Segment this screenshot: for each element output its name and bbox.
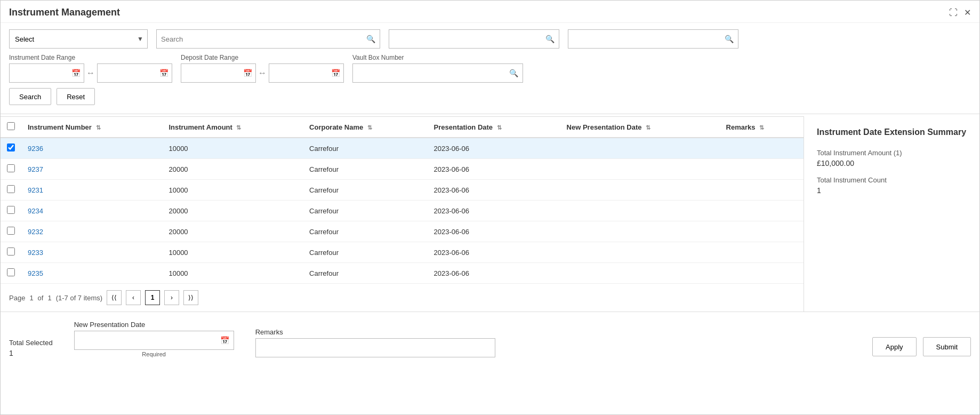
footer-date-input-wrapper: 📅 Required [74,331,234,357]
instrument-date-start-input[interactable] [10,64,68,82]
table-row: 9237 20000 Carrefour 2023-06-06 [1,159,804,180]
instrument-number-link[interactable]: 9231 [28,186,43,194]
row-new-presentation-date [560,180,720,201]
deposit-date-end-input[interactable] [269,64,328,82]
first-page-btn[interactable]: ⟨⟨ [107,290,122,305]
row-checkbox[interactable] [7,227,15,235]
row-instrument-amount: 20000 [162,201,303,221]
instrument-number-link[interactable]: 9237 [28,165,43,173]
new-presentation-date-group: New Presentation Date 📅 Required [74,321,234,357]
search3-input[interactable] [568,30,720,48]
deposit-date-range: 📅 ↔ 📅 [181,63,344,83]
row-instrument-number: 9233 [21,242,162,263]
table-row: 9233 10000 Carrefour 2023-06-06 [1,242,804,263]
calendar-icon-end[interactable]: 📅 [156,69,172,77]
search1-box: 🔍 [156,29,380,49]
search1-input[interactable] [157,30,362,48]
main-content: Instrument Number ⇅ Instrument Amount ⇅ … [1,116,979,312]
row-new-presentation-date [560,201,720,221]
last-page-btn[interactable]: ⟩⟩ [183,290,198,305]
instrument-number-link[interactable]: 9236 [28,145,43,153]
deposit-date-range-label: Deposit Date Range [181,54,344,61]
prev-page-btn[interactable]: ‹ [126,290,141,305]
instrument-date-end: 📅 [97,63,172,83]
col-corporate-name[interactable]: Corporate Name ⇅ [303,117,428,138]
footer-calendar-icon[interactable]: 📅 [216,336,234,345]
row-checkbox-cell [1,201,21,221]
row-remarks [720,138,804,159]
row-remarks [720,201,804,221]
instrument-number-link[interactable]: 9232 [28,228,43,236]
instrument-date-end-input[interactable] [98,64,156,82]
search2-box: 🔍 [389,29,559,49]
select-dropdown[interactable]: Select [9,29,148,49]
col-instrument-amount[interactable]: Instrument Amount ⇅ [162,117,303,138]
filters-section: Select ▼ 🔍 🔍 🔍 [1,23,979,111]
summary-title: Instrument Date Extension Summary [817,127,967,138]
row-new-presentation-date [560,138,720,159]
total-pages: 1 [47,294,51,302]
filter-row-1: Select ▼ 🔍 🔍 🔍 [9,29,971,49]
remarks-input[interactable] [255,338,495,357]
row-checkbox[interactable] [7,164,15,172]
page-title: Instrument Management [9,7,120,18]
footer-date-input[interactable] [75,331,216,349]
reset-button[interactable]: Reset [57,88,95,105]
items-range: (1-7 of 7 items) [56,294,102,302]
search-button[interactable]: Search [9,88,51,105]
col-new-presentation-date[interactable]: New Presentation Date ⇅ [560,117,720,138]
maximize-icon[interactable]: ⛶ [949,8,958,18]
deposit-date-start-input[interactable] [181,64,240,82]
close-icon[interactable]: ✕ [964,7,971,18]
row-checkbox[interactable] [7,143,15,151]
table-section: Instrument Number ⇅ Instrument Amount ⇅ … [1,116,804,312]
select-all-checkbox[interactable] [7,122,15,130]
col-instrument-amount-label: Instrument Amount [168,123,232,131]
current-page-btn[interactable]: 1 [145,290,160,305]
search1-icon-btn[interactable]: 🔍 [362,35,380,43]
deposit-date-range-group: Deposit Date Range 📅 ↔ 📅 [181,54,344,83]
instruments-table: Instrument Number ⇅ Instrument Amount ⇅ … [1,116,804,284]
divider [1,114,979,114]
row-corporate-name: Carrefour [303,180,428,201]
instrument-number-link[interactable]: 9234 [28,207,43,215]
deposit-cal-end-icon[interactable]: 📅 [328,69,343,77]
row-presentation-date: 2023-06-06 [428,263,560,284]
instrument-date-range: 📅 ↔ 📅 [9,63,172,83]
col-remarks-label: Remarks [726,123,756,131]
table-row: 9231 10000 Carrefour 2023-06-06 [1,180,804,201]
instrument-number-link[interactable]: 9235 [28,269,43,277]
submit-button[interactable]: Submit [923,337,971,356]
row-checkbox[interactable] [7,206,15,214]
select-wrapper: Select ▼ [9,29,148,49]
apply-button[interactable]: Apply [872,337,917,356]
col-presentation-date[interactable]: Presentation Date ⇅ [428,117,560,138]
calendar-icon[interactable]: 📅 [68,69,84,77]
col-instrument-number[interactable]: Instrument Number ⇅ [21,117,162,138]
row-checkbox[interactable] [7,248,15,256]
table-row: 9235 10000 Carrefour 2023-06-06 [1,263,804,284]
col-remarks[interactable]: Remarks ⇅ [720,117,804,138]
row-instrument-amount: 20000 [162,159,303,180]
instrument-number-link[interactable]: 9233 [28,249,43,257]
total-selected-label: Total Selected [9,339,53,347]
page-label: Page [9,294,25,302]
instrument-date-start: 📅 [9,63,84,83]
table-row: 9234 20000 Carrefour 2023-06-06 [1,201,804,221]
vault-box-input[interactable] [353,64,505,82]
search2-input[interactable] [389,30,541,48]
footer-actions: Apply Submit [872,337,971,357]
row-corporate-name: Carrefour [303,263,428,284]
date-range-arrow-icon: ↔ [86,68,95,78]
row-checkbox[interactable] [7,268,15,276]
row-instrument-amount: 10000 [162,263,303,284]
row-checkbox[interactable] [7,185,15,193]
search2-group: 🔍 [389,29,559,49]
row-corporate-name: Carrefour [303,242,428,263]
next-page-btn[interactable]: › [164,290,179,305]
deposit-cal-start-icon[interactable]: 📅 [240,69,255,77]
search2-icon-btn[interactable]: 🔍 [541,35,559,43]
vault-box-search-icon-btn[interactable]: 🔍 [505,69,523,77]
search3-icon-btn[interactable]: 🔍 [720,35,738,43]
sort-icon-corporate-name: ⇅ [367,124,372,131]
